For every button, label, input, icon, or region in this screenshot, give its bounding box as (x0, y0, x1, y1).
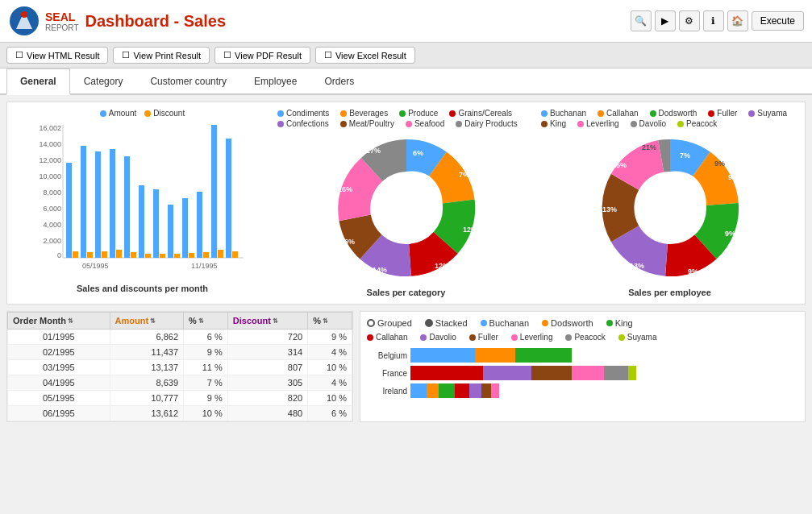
svg-text:12%: 12% (463, 226, 477, 234)
gear-icon-btn[interactable]: ⚙ (679, 10, 700, 31)
hbar-seg-france-5 (604, 366, 628, 380)
svg-text:15%: 15% (612, 161, 627, 169)
svg-text:12%: 12% (435, 262, 449, 270)
sort-icon-month: ⇅ (68, 317, 73, 325)
bar-chart-legend: Amount Discount (100, 109, 185, 118)
hbar-seg-ireland-4 (455, 383, 469, 398)
right-legend-fuller: Fuller (469, 333, 498, 342)
search-icon-btn[interactable]: 🔍 (631, 10, 652, 31)
svg-rect-31 (189, 253, 194, 258)
employee-chart-title: Sales per employee (541, 288, 798, 297)
logo-sub: REPORT (45, 23, 79, 32)
svg-text:0: 0 (56, 251, 60, 259)
right-legend-dodsworth: Dodsworth (542, 318, 593, 328)
donut-employee-svg: 7% 9% 9% 9% 13% (589, 131, 751, 284)
table-row: 01/19956,8626 %7209 % (8, 330, 352, 345)
play-icon-btn[interactable]: ▶ (655, 10, 676, 31)
svg-text:6%: 6% (413, 149, 423, 157)
home-icon-btn[interactable]: 🏠 (727, 10, 748, 31)
seafood-dot (406, 121, 412, 127)
svg-rect-26 (153, 189, 159, 258)
data-table: Order Month ⇅ Amount ⇅ % ⇅ Discount ⇅ % (6, 311, 353, 422)
col-discount[interactable]: Discount ⇅ (227, 313, 307, 330)
hbar-label-france: France (367, 369, 407, 378)
donut-category-wrapper: 6% 7% 12% 12% 14% (277, 131, 535, 284)
svg-text:16,002: 16,002 (39, 124, 61, 132)
bar-chart-svg: 16,002 14,000 12,000 10,000 8,000 6,000 … (34, 121, 252, 278)
col-amount[interactable]: Amount ⇅ (110, 313, 183, 330)
svg-text:16%: 16% (340, 238, 355, 246)
svg-rect-30 (182, 198, 188, 258)
svg-text:16%: 16% (338, 185, 352, 193)
grouped-radio[interactable] (367, 319, 375, 327)
svg-text:2,000: 2,000 (43, 237, 61, 245)
svg-rect-19 (102, 251, 107, 258)
grouped-option[interactable]: Grouped (367, 318, 412, 328)
svg-text:8,000: 8,000 (43, 189, 61, 197)
discount-dot (144, 110, 151, 117)
legend-discount: Discount (144, 109, 185, 118)
svg-rect-29 (174, 254, 180, 258)
hbar-seg-france-4 (572, 366, 604, 380)
table-row: 03/199513,13711 %80710 % (8, 360, 352, 375)
employee-chart-area: Buchanan Callahan Dodsworth Fuller Suyam… (541, 109, 798, 297)
stacked-radio[interactable] (425, 319, 433, 327)
svg-text:13%: 13% (602, 205, 617, 213)
hbar-seg-belgium-1 (410, 348, 475, 363)
info-icon-btn[interactable]: ℹ (703, 10, 724, 31)
view-print-button[interactable]: ☐ View Print Result (113, 47, 210, 64)
legend-amount: Amount (100, 109, 136, 118)
tab-category[interactable]: Category (70, 68, 137, 93)
table-row: 06/199513,61210 %4806 % (8, 406, 352, 421)
svg-rect-33 (203, 252, 209, 258)
hbar-seg-belgium-2 (475, 348, 515, 363)
page-title: Dashboard - Sales (85, 12, 227, 31)
dairy-dot (456, 121, 462, 127)
legend-condiments: Condiments (277, 109, 329, 118)
view-excel-button[interactable]: ☐ View Excel Result (315, 47, 415, 64)
category-legend: Condiments Beverages Produce Grains/Cere… (277, 109, 535, 128)
hbar-seg-ireland-2 (427, 383, 439, 398)
print-icon: ☐ (122, 50, 130, 60)
legend-confections: Confections (277, 119, 329, 128)
svg-text:17%: 17% (366, 147, 381, 155)
col-discount-pct[interactable]: % ⇅ (308, 313, 352, 330)
hbar-track-ireland (410, 383, 798, 398)
col-order-month[interactable]: Order Month ⇅ (8, 313, 110, 330)
hbar-label-ireland: Ireland (367, 387, 407, 396)
pdf-icon: ☐ (223, 50, 231, 60)
excel-icon: ☐ (324, 50, 332, 60)
svg-rect-32 (197, 192, 202, 258)
beverages-dot (340, 110, 347, 117)
hbar-track-france (410, 366, 798, 380)
svg-rect-27 (160, 254, 165, 258)
tab-orders[interactable]: Orders (310, 68, 368, 93)
svg-text:13%: 13% (630, 262, 644, 270)
legend-callahan: Callahan (598, 109, 638, 118)
legend-grains: Grains/Cereals (449, 109, 512, 118)
top-charts-row: Amount Discount 16,002 14,000 12,000 10,… (6, 102, 806, 305)
hbar-seg-ireland-6 (481, 383, 491, 398)
col-amount-pct[interactable]: % ⇅ (184, 313, 228, 330)
sort-icon-discount: ⇅ (273, 317, 278, 325)
hbar-ireland: Ireland (367, 383, 798, 398)
tab-customer-country[interactable]: Customer country (136, 68, 240, 93)
hbar-seg-ireland-5 (469, 383, 481, 398)
view-html-button[interactable]: ☐ View HTML Result (6, 47, 108, 64)
amount-dot (100, 110, 106, 117)
svg-rect-22 (124, 156, 130, 258)
svg-text:9%: 9% (725, 230, 735, 238)
svg-rect-28 (168, 205, 173, 258)
tab-general[interactable]: General (6, 68, 70, 95)
legend-seafood: Seafood (406, 119, 444, 128)
html-icon: ☐ (15, 50, 23, 60)
tab-employee[interactable]: Employee (240, 68, 310, 93)
view-pdf-button[interactable]: ☐ View PDF Result (214, 47, 310, 64)
execute-button[interactable]: Execute (752, 11, 804, 31)
stacked-option[interactable]: Stacked (425, 318, 468, 328)
svg-text:21%: 21% (642, 143, 656, 151)
svg-rect-34 (211, 125, 217, 258)
svg-point-48 (371, 172, 442, 243)
legend-beverages: Beverages (340, 109, 388, 118)
right-legend-suyama: Suyama (618, 333, 657, 342)
